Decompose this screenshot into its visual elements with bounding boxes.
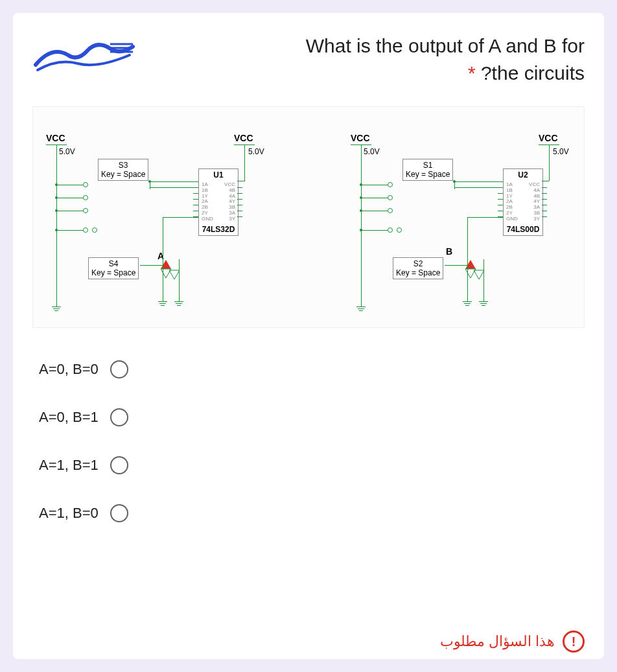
scribble-icon — [32, 32, 136, 78]
options-group: A=0, B=0 A=0, B=1 A=1, B=1 A=1, B=0 — [32, 360, 585, 522]
option-1[interactable]: A=0, B=0 — [39, 360, 578, 378]
u1-part: 74LS32D — [199, 224, 238, 235]
option-1-text: A=0, B=0 — [39, 361, 99, 378]
vcc-label-3: VCC — [351, 133, 370, 143]
radio-icon[interactable] — [110, 360, 128, 378]
vcc-label-2: VCC — [234, 133, 253, 143]
volt-label-3: 5.0V — [364, 147, 380, 156]
u2-part: 74LS00D — [504, 224, 542, 235]
switch-s1: S1 Key = Space — [402, 159, 453, 181]
radio-icon[interactable] — [110, 408, 128, 426]
s4-name: S4 — [91, 259, 135, 268]
radio-icon[interactable] — [110, 456, 128, 474]
volt-label-2: 5.0V — [248, 147, 264, 156]
circuit-diagram: VCC 5.0V VCC 5.0V S3 Key = Space S4 Key … — [32, 106, 585, 328]
question-line1: What is the output of A and B for — [306, 35, 585, 56]
required-asterisk: * — [468, 62, 476, 84]
question-line2-prefix: ? — [481, 62, 492, 84]
svg-marker-2 — [169, 270, 180, 279]
warning-icon: ! — [563, 631, 585, 653]
question-line2-suffix: the circuits — [492, 62, 585, 84]
s3-key: Key = Space — [101, 170, 145, 179]
s3-name: S3 — [101, 161, 145, 170]
option-2[interactable]: A=0, B=1 — [39, 408, 578, 426]
option-4-text: A=1, B=0 — [39, 505, 99, 522]
s1-key: Key = Space — [406, 170, 450, 179]
radio-icon[interactable] — [110, 504, 128, 522]
option-4[interactable]: A=1, B=0 — [39, 504, 578, 522]
s4-key: Key = Space — [91, 268, 135, 277]
volt-label-1: 5.0V — [59, 147, 75, 156]
option-3[interactable]: A=1, B=1 — [39, 456, 578, 474]
option-3-text: A=1, B=1 — [39, 457, 99, 474]
switch-s2: S2 Key = Space — [393, 257, 443, 279]
net-b-label: B — [446, 246, 452, 257]
u1-name: U1 — [199, 169, 238, 181]
required-text: هذا السؤال مطلوب — [440, 633, 555, 650]
question-text: What is the output of A and B for the ci… — [149, 32, 585, 87]
u2-name: U2 — [504, 169, 542, 181]
volt-label-4: 5.0V — [553, 147, 569, 156]
s2-key: Key = Space — [396, 268, 440, 277]
chip-u1: U1 1A 1B 1Y 2A 2B 2Y GND VCC 4B 4A 4Y 3B — [198, 168, 239, 236]
switch-s3: S3 Key = Space — [98, 159, 148, 181]
option-2-text: A=0, B=1 — [39, 409, 99, 426]
switch-s4: S4 Key = Space — [88, 257, 139, 279]
required-warning: ! هذا السؤال مطلوب — [440, 631, 585, 653]
vcc-label-4: VCC — [539, 133, 558, 143]
chip-u2: U2 1A 1B 1Y 2A 2B 2Y GND VCC 4A 4B 4Y 3A — [503, 168, 543, 236]
svg-marker-5 — [474, 270, 484, 279]
s2-name: S2 — [396, 259, 440, 268]
vcc-label-1: VCC — [46, 133, 65, 143]
s1-name: S1 — [406, 161, 450, 170]
